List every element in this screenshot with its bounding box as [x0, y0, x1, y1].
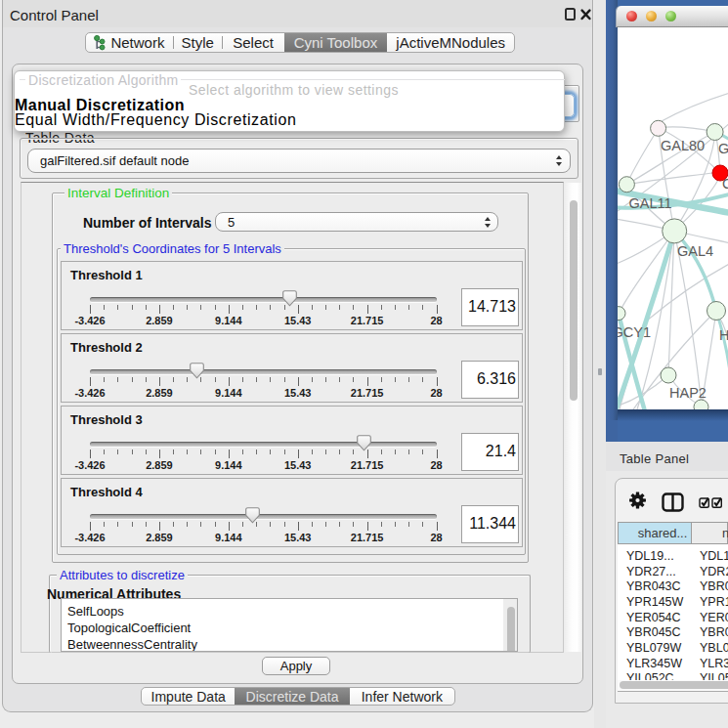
svg-text:HA: HA	[719, 327, 728, 343]
svg-text:GAL80: GAL80	[661, 138, 705, 153]
svg-text:GA: GA	[718, 141, 728, 156]
svg-text:CY: CY	[722, 176, 728, 192]
svg-text:GAL11: GAL11	[629, 195, 672, 211]
svg-text:GAL4: GAL4	[677, 243, 713, 259]
svg-text:HAP2: HAP2	[669, 385, 707, 401]
svg-text:GCY1: GCY1	[618, 324, 651, 340]
